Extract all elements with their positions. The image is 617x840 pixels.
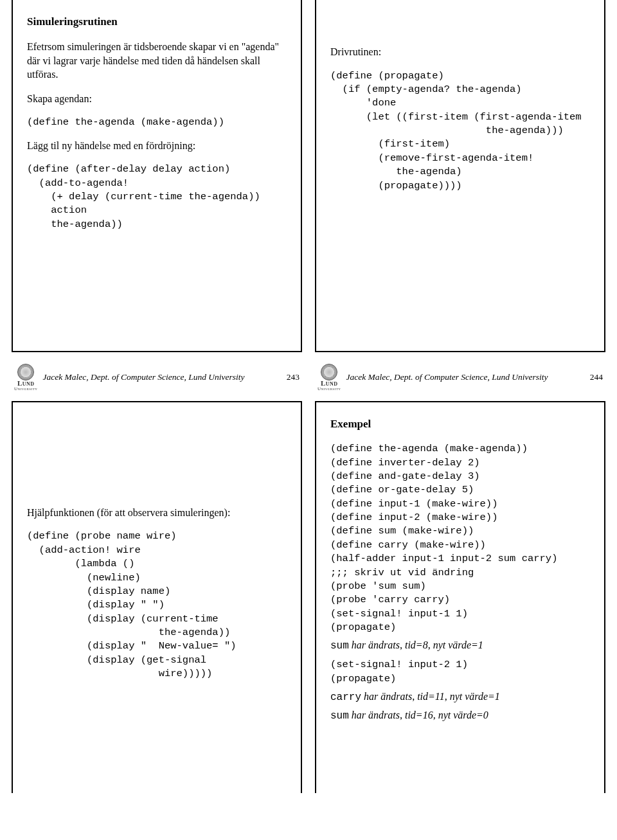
result-text: har ändrats, tid=11, nyt värde=1 (361, 691, 500, 702)
code-block: (define (probe name wire) (add-action! w… (27, 530, 289, 681)
paragraph: Hjälpfunktionen (för att observera simul… (27, 506, 289, 520)
result-var: sum (330, 710, 349, 722)
result-line: sum har ändrats, tid=16, nyt värde=0 (330, 710, 593, 722)
result-line: sum har ändrats, tid=8, nyt värde=1 (330, 639, 593, 652)
code-block: (define (propagate) (if (empty-agenda? t… (330, 69, 593, 193)
slide-footer: Lund University Jacek Malec, Dept. of Co… (12, 359, 302, 395)
result-var: sum (330, 640, 349, 652)
slide-footer: Lund University Jacek Malec, Dept. of Co… (315, 359, 605, 395)
footer-author: Jacek Malec, Dept. of Computer Science, … (42, 372, 244, 382)
lund-logo: Lund University (14, 364, 37, 391)
lund-logo: Lund University (317, 364, 341, 391)
seal-icon (17, 364, 34, 380)
page-number: 244 (590, 372, 603, 382)
code-block: (define the-agenda (make-agenda)) (defin… (330, 442, 593, 634)
slide-title: Exempel (330, 418, 593, 431)
seal-icon (321, 364, 337, 380)
slide-1: Simuleringsrutinen Efetrsom simuleringen… (12, 0, 302, 352)
code-block: (set-signal! input-2 1) (propagate) (330, 658, 593, 686)
logo-subtext: University (14, 387, 37, 391)
result-line: carry har ändrats, tid=11, nyt värde=1 (330, 691, 593, 703)
paragraph: Drivrutinen: (330, 45, 593, 59)
slide-4: Exempel (define the-agenda (make-agenda)… (315, 401, 605, 793)
result-text: har ändrats, tid=8, nyt värde=1 (349, 639, 483, 650)
paragraph: Skapa agendan: (27, 92, 289, 106)
code-block: (define (after-delay delay action) (add-… (27, 163, 289, 231)
paragraph: Efetrsom simuleringen är tidsberoende sk… (27, 40, 289, 82)
slide-title: Simuleringsrutinen (27, 15, 289, 28)
result-text: har ändrats, tid=16, nyt värde=0 (349, 710, 488, 720)
logo-subtext: University (317, 387, 341, 391)
result-var: carry (330, 692, 361, 703)
slide-3: Hjälpfunktionen (för att observera simul… (12, 401, 302, 793)
footer-author: Jacek Malec, Dept. of Computer Science, … (346, 372, 548, 382)
paragraph: Lägg til ny händelse med en fördröjning: (27, 139, 289, 153)
code-block: (define the-agenda (make-agenda)) (27, 116, 289, 129)
slide-2: Drivrutinen: (define (propagate) (if (em… (315, 0, 605, 352)
page-number: 243 (287, 372, 300, 382)
